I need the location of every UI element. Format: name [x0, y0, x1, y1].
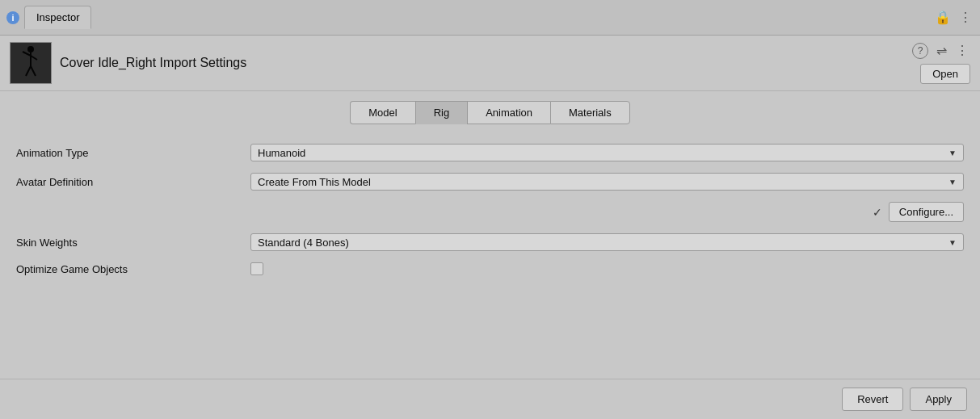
avatar-definition-label: Avatar Definition — [16, 176, 242, 188]
animation-type-dropdown-arrow: ▼ — [948, 149, 957, 157]
inspector-tab[interactable]: Inspector — [24, 6, 91, 29]
help-icon[interactable]: ? — [912, 43, 928, 59]
asset-thumbnail — [10, 42, 52, 84]
skin-weights-label: Skin Weights — [16, 237, 242, 249]
animation-type-control: Humanoid ▼ — [250, 144, 964, 161]
title-bar-right: 🔒 ⋮ — [935, 10, 974, 26]
avatar-definition-control: Create From This Model ▼ — [250, 173, 964, 191]
lock-icon[interactable]: 🔒 — [935, 10, 951, 26]
avatar-definition-dropdown[interactable]: Create From This Model ▼ — [250, 173, 964, 191]
tab-model[interactable]: Model — [350, 101, 414, 124]
header-controls: ? ⇌ ⋮ Open — [912, 43, 970, 84]
configure-button[interactable]: Configure... — [889, 202, 964, 222]
optimize-game-objects-checkbox[interactable] — [250, 262, 263, 275]
svg-line-5 — [31, 66, 36, 76]
inspector-window: i Inspector 🔒 ⋮ — [0, 0, 980, 419]
optimize-game-objects-control — [250, 262, 964, 275]
svg-line-3 — [31, 56, 37, 60]
tab-materials[interactable]: Materials — [550, 101, 630, 124]
skin-weights-dropdown-arrow: ▼ — [948, 238, 957, 247]
skin-weights-control: Standard (4 Bones) ▼ — [250, 233, 964, 251]
svg-line-4 — [26, 66, 31, 76]
asset-preview-icon — [19, 45, 42, 81]
tabs-row: Model Rig Animation Materials — [0, 91, 980, 131]
asset-title: Cover Idle_Right Import Settings — [60, 56, 904, 70]
animation-type-label: Animation Type — [16, 147, 242, 159]
settings-icon[interactable]: ⇌ — [933, 43, 949, 59]
configure-row: ✓ Configure... — [16, 202, 964, 222]
tab-rig[interactable]: Rig — [415, 101, 468, 124]
revert-button[interactable]: Revert — [842, 388, 903, 411]
header-more-icon[interactable]: ⋮ — [954, 43, 970, 59]
header-area: Cover Idle_Right Import Settings ? ⇌ ⋮ O… — [0, 36, 980, 91]
content-area: Animation Type Humanoid ▼ Avatar Definit… — [0, 131, 980, 379]
top-icons: ? ⇌ ⋮ — [912, 43, 970, 59]
optimize-game-objects-row: Optimize Game Objects — [16, 262, 964, 275]
avatar-definition-dropdown-arrow: ▼ — [948, 178, 957, 186]
optimize-game-objects-label: Optimize Game Objects — [16, 263, 242, 275]
skin-weights-dropdown[interactable]: Standard (4 Bones) ▼ — [250, 233, 964, 251]
avatar-definition-row: Avatar Definition Create From This Model… — [16, 173, 964, 191]
open-button[interactable]: Open — [920, 64, 970, 84]
tab-animation[interactable]: Animation — [467, 101, 550, 124]
animation-type-row: Animation Type Humanoid ▼ — [16, 144, 964, 161]
footer: Revert Apply — [0, 379, 980, 419]
more-options-icon[interactable]: ⋮ — [957, 10, 974, 26]
svg-point-0 — [27, 46, 34, 52]
apply-button[interactable]: Apply — [910, 388, 967, 411]
info-icon: i — [6, 11, 19, 24]
svg-line-2 — [23, 52, 31, 56]
configure-checkmark: ✓ — [873, 206, 882, 219]
title-bar: i Inspector 🔒 ⋮ — [0, 0, 980, 36]
animation-type-dropdown[interactable]: Humanoid ▼ — [250, 144, 964, 161]
skin-weights-row: Skin Weights Standard (4 Bones) ▼ — [16, 233, 964, 251]
title-bar-left: i Inspector — [6, 6, 91, 29]
